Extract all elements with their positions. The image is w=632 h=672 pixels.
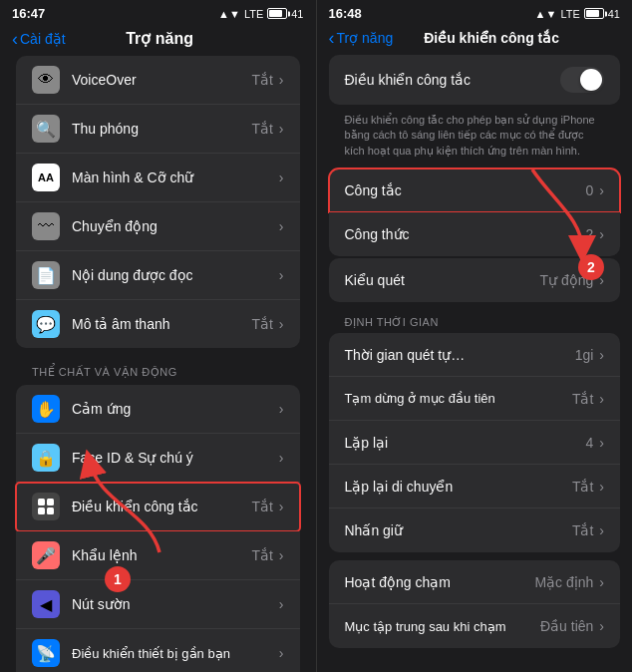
dieukhienthietbi-chevron: ›	[279, 645, 284, 661]
chuyendong-item[interactable]: 〰 Chuyển động ›	[16, 202, 300, 251]
mota-value: Tắt	[251, 316, 272, 332]
hoatdongcham-label: Hoạt động chạm	[345, 574, 535, 590]
signal-icon: ▲▼	[218, 8, 240, 20]
thuphong-icon: 🔍	[32, 115, 60, 143]
congthuc-value: 2	[586, 226, 594, 242]
thoigianquet-chevron: ›	[599, 347, 604, 363]
left-screen: 16:47 ▲▼ LTE 41 ‹ Cài đặt Trợ năng 👁 Voi…	[0, 0, 317, 672]
svg-rect-3	[47, 507, 54, 514]
mota-item[interactable]: 💬 Mô tả âm thanh Tắt ›	[16, 300, 300, 348]
laplai-chevron: ›	[599, 435, 604, 451]
faceid-item[interactable]: 🔒 Face ID & Sự chú ý ›	[16, 434, 300, 483]
mota-label: Mô tả âm thanh	[72, 316, 251, 332]
carrier-right: LTE	[560, 8, 579, 20]
hoatdongcham-value: Mặc định	[534, 574, 593, 590]
voiceover-chevron: ›	[279, 72, 284, 88]
muctaptrung-item[interactable]: Mục tập trung sau khi chạm Đầu tiên ›	[329, 604, 621, 648]
signal-icon-right: ▲▼	[535, 8, 557, 20]
back-arrow-right: ‹	[329, 29, 335, 47]
kieuquet-group: Kiểu quét Tự động ›	[329, 258, 621, 302]
nav-header-right: ‹ Trợ năng Điều khiển công tắc	[317, 25, 633, 55]
group-physical: ✋ Cảm ứng › 🔒 Face ID & Sự chú ý › Điều …	[16, 385, 300, 672]
faceid-chevron: ›	[279, 450, 284, 466]
thoigianquet-value: 1gi	[575, 347, 594, 363]
thuphong-item[interactable]: 🔍 Thu phóng Tắt ›	[16, 105, 300, 154]
camung-item[interactable]: ✋ Cảm ứng ›	[16, 385, 300, 434]
khaulenh-chevron: ›	[279, 547, 284, 563]
noidung-chevron: ›	[279, 267, 284, 283]
laplaidichuyenaitem[interactable]: Lặp lại di chuyển Tắt ›	[329, 465, 621, 508]
toggle-switch[interactable]	[560, 67, 604, 93]
congthuc-item[interactable]: Công thức 2 ›	[329, 212, 621, 256]
dieukhiencongtac-icon	[32, 493, 60, 520]
congtac-chevron: ›	[599, 182, 604, 198]
toggle-label: Điều khiển công tắc	[345, 72, 472, 88]
manhinh-item[interactable]: AA Màn hình & Cỡ chữ ›	[16, 154, 300, 202]
nav-header-left: ‹ Cài đặt Trợ năng	[0, 25, 316, 56]
status-icons-right: ▲▼ LTE 41	[535, 8, 620, 20]
thoigianquet-label: Thời gian quét tự…	[345, 347, 575, 363]
status-icons-left: ▲▼ LTE 41	[218, 8, 303, 20]
mota-chevron: ›	[279, 316, 284, 332]
khaulenh-icon: 🎤	[32, 541, 60, 569]
manhinh-icon: AA	[32, 164, 60, 191]
voiceover-value: Tắt	[251, 72, 272, 88]
laplai-item[interactable]: Lặp lại 4 ›	[329, 421, 621, 465]
congtac-item[interactable]: Công tắc 0 ›	[329, 168, 621, 212]
tamdung-label: Tạm dừng ở mục đầu tiên	[345, 391, 572, 406]
nhangiu-chevron: ›	[599, 522, 604, 538]
dieukhiencongtac-value: Tắt	[251, 499, 272, 514]
svg-rect-0	[38, 499, 45, 505]
dieukhiencongtac-chevron: ›	[279, 499, 284, 514]
congthuc-chevron: ›	[599, 226, 604, 242]
battery-pct-right: 41	[608, 8, 620, 20]
nutsuon-icon: ◀	[32, 590, 60, 618]
voiceover-icon: 👁	[32, 66, 60, 94]
dieukhienthietbi-item[interactable]: 📡 Điều khiển thiết bị gần bạn ›	[16, 629, 300, 672]
thoigianquet-item[interactable]: Thời gian quét tự… 1gi ›	[329, 333, 621, 377]
nutsuon-item[interactable]: ◀ Nút sườn ›	[16, 580, 300, 629]
dieukhiencongtac-item[interactable]: Điều khiển công tắc Tắt ›	[16, 483, 300, 531]
toggle-knob	[580, 69, 602, 91]
right-screen: 16:48 ▲▼ LTE 41 ‹ Trợ năng Điều khiển cô…	[317, 0, 633, 672]
carrier-left: LTE	[244, 8, 263, 20]
nutsuon-label: Nút sườn	[72, 596, 279, 612]
toggle-group: Điều khiển công tắc	[329, 55, 621, 105]
touch-group: Hoạt động chạm Mặc định › Mục tập trung …	[329, 560, 621, 648]
chuyendong-chevron: ›	[279, 218, 284, 234]
badge-2: 2	[578, 254, 604, 280]
dieukhienthietbi-icon: 📡	[32, 639, 60, 667]
faceid-label: Face ID & Sự chú ý	[72, 450, 279, 466]
laplaidichuyen-label: Lặp lại di chuyển	[345, 479, 572, 495]
congthuc-label: Công thức	[345, 226, 586, 242]
congtac-value: 0	[586, 182, 594, 198]
tamdung-chevron: ›	[599, 391, 604, 407]
section-timing: ĐỊNH THỜI GIAN	[329, 304, 621, 333]
status-bar-right: 16:48 ▲▼ LTE 41	[317, 0, 633, 25]
content-left: 👁 VoiceOver Tắt › 🔍 Thu phóng Tắt › AA M…	[0, 56, 316, 672]
toggle-description: Điều khiển công tắc cho phép bạn sử dụng…	[329, 107, 621, 168]
group-accessibility-main: 👁 VoiceOver Tắt › 🔍 Thu phóng Tắt › AA M…	[16, 56, 300, 348]
time-left: 16:47	[12, 6, 45, 21]
laplai-value: 4	[586, 435, 594, 451]
tamdung-item[interactable]: Tạm dừng ở mục đầu tiên Tắt ›	[329, 377, 621, 421]
hoatdongcham-item[interactable]: Hoạt động chạm Mặc định ›	[329, 560, 621, 604]
page-title-right: Điều khiển công tắc	[363, 30, 620, 46]
tamdung-value: Tắt	[572, 391, 593, 407]
toggle-row[interactable]: Điều khiển công tắc	[329, 55, 621, 105]
kieuquet-label: Kiểu quét	[345, 272, 540, 288]
kieuquet-item[interactable]: Kiểu quét Tự động ›	[329, 258, 621, 302]
voiceover-item[interactable]: 👁 VoiceOver Tắt ›	[16, 56, 300, 105]
voiceover-label: VoiceOver	[72, 72, 251, 88]
noidung-item[interactable]: 📄 Nội dung được đọc ›	[16, 251, 300, 300]
noidung-icon: 📄	[32, 261, 60, 289]
khaulenh-item[interactable]: 🎤 Khẩu lệnh Tắt ›	[16, 531, 300, 580]
status-bar-left: 16:47 ▲▼ LTE 41	[0, 0, 316, 25]
nhangiu-label: Nhấn giữ	[345, 522, 572, 538]
muctaptrung-chevron: ›	[599, 618, 604, 634]
hoatdongcham-chevron: ›	[599, 574, 604, 590]
congtac-group: Công tắc 0 › Công thức 2 ›	[329, 168, 621, 256]
nhangiu-item[interactable]: Nhấn giữ Tắt ›	[329, 508, 621, 552]
laplaidichuyen-chevron: ›	[599, 479, 604, 495]
khaulenh-value: Tắt	[251, 547, 272, 563]
